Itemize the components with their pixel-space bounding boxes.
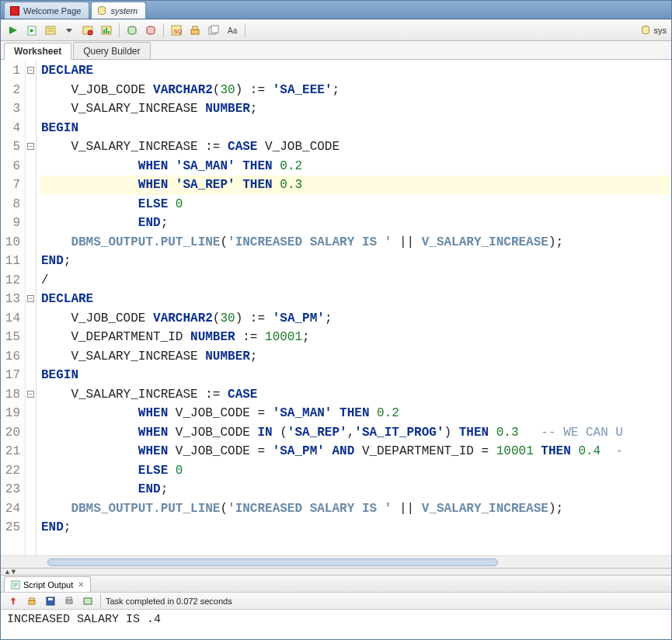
- separator: [245, 23, 245, 37]
- svg-rect-14: [193, 26, 197, 30]
- output-status-text: Task completed in 0.072 seconds: [106, 597, 232, 606]
- subtab-label: Worksheet: [14, 46, 61, 57]
- code-editor[interactable]: 1234567891011121314151617181920212223242…: [1, 60, 671, 555]
- code-line[interactable]: V_SALARY_INCREASE := CASE V_JOB_CODE: [40, 137, 671, 157]
- line-number: 22: [1, 461, 20, 481]
- rollback-button[interactable]: [143, 23, 158, 38]
- explain-plan-button[interactable]: [43, 23, 58, 38]
- code-line[interactable]: ELSE 0: [40, 461, 671, 481]
- code-line[interactable]: WHEN V_JOB_CODE = 'SA_PM' AND V_DEPARTME…: [40, 442, 671, 461]
- connection-indicator[interactable]: sys: [640, 25, 667, 36]
- line-number: 17: [1, 366, 20, 385]
- code-line[interactable]: V_DEPARTMENT_ID NUMBER := 10001;: [40, 328, 671, 347]
- autotrace-button[interactable]: [80, 23, 96, 38]
- svg-marker-1: [9, 26, 17, 34]
- line-number: 19: [1, 404, 20, 423]
- code-line[interactable]: WHEN V_JOB_CODE IN ('SA_REP','SA_IT_PROG…: [40, 423, 671, 443]
- commit-button[interactable]: [124, 23, 140, 38]
- code-line[interactable]: DECLARE: [40, 61, 671, 81]
- to-upper-button[interactable]: Aa: [225, 23, 240, 38]
- code-line[interactable]: ELSE 0: [40, 195, 671, 214]
- code-line[interactable]: DECLARE: [40, 290, 671, 309]
- code-line[interactable]: END;: [40, 252, 671, 271]
- line-number: 2: [1, 81, 20, 100]
- panel-splitter[interactable]: ▲▼: [1, 568, 671, 576]
- fold-column: −−−−: [26, 60, 37, 555]
- print-output-button[interactable]: [61, 593, 77, 609]
- sql-tuning-button[interactable]: [99, 23, 114, 38]
- code-line[interactable]: WHEN 'SA_MAN' THEN 0.2: [40, 157, 671, 176]
- code-line[interactable]: WHEN V_JOB_CODE = 'SA_MAN' THEN 0.2: [40, 404, 671, 423]
- svg-rect-21: [30, 598, 34, 600]
- horizontal-scrollbar[interactable]: [1, 555, 671, 568]
- sql-history-button[interactable]: [206, 23, 221, 38]
- code-line[interactable]: WHEN 'SA_REP' THEN 0.3: [40, 176, 671, 195]
- output-tab-script-output[interactable]: Script Output ✕: [4, 576, 91, 592]
- code-line[interactable]: END;: [40, 518, 671, 537]
- run-script-button[interactable]: [24, 23, 40, 38]
- line-number: 15: [1, 328, 20, 347]
- run-statement-button[interactable]: [5, 23, 21, 38]
- line-number: 8: [1, 195, 20, 214]
- line-number: 10: [1, 233, 20, 252]
- line-number: 9: [1, 214, 20, 233]
- tab-welcome-page[interactable]: Welcome Page: [4, 2, 89, 19]
- code-line[interactable]: END;: [40, 480, 671, 499]
- clear-button[interactable]: [187, 23, 203, 38]
- subtab-query-builder[interactable]: Query Builder: [73, 42, 150, 59]
- code-line[interactable]: /: [40, 271, 671, 290]
- fold-toggle[interactable]: −: [27, 295, 34, 302]
- line-number: 7: [1, 176, 20, 195]
- line-number: 5: [1, 137, 20, 157]
- oracle-icon: [9, 5, 20, 16]
- line-number: 23: [1, 480, 20, 499]
- code-line[interactable]: BEGIN: [40, 366, 671, 385]
- dropdown-caret-icon[interactable]: [61, 23, 77, 38]
- subtab-worksheet[interactable]: Worksheet: [4, 43, 71, 60]
- save-output-button[interactable]: [43, 593, 58, 609]
- line-number: 14: [1, 309, 20, 329]
- svg-point-7: [88, 30, 92, 35]
- line-number: 20: [1, 423, 20, 443]
- svg-rect-16: [211, 26, 218, 33]
- code-line[interactable]: DBMS_OUTPUT.PUT_LINE('INCREASED SALARY I…: [40, 233, 671, 252]
- separator: [119, 23, 120, 37]
- editor-subtabs: Worksheet Query Builder: [1, 41, 671, 60]
- line-number: 6: [1, 157, 20, 176]
- scrollbar-thumb[interactable]: [47, 558, 498, 566]
- line-number: 3: [1, 99, 20, 119]
- svg-rect-4: [46, 26, 55, 34]
- output-tabstrip: Script Output ✕: [1, 576, 671, 593]
- fold-toggle[interactable]: −: [27, 67, 34, 74]
- output-tab-label: Script Output: [23, 580, 73, 590]
- svg-rect-24: [66, 600, 72, 603]
- close-icon[interactable]: ✕: [78, 580, 84, 589]
- output-body: INCREASED SALARY IS .4: [1, 610, 671, 639]
- tab-system[interactable]: system: [91, 2, 146, 19]
- code-line[interactable]: V_JOB_CODE VARCHAR2(30) := 'SA_EEE';: [40, 81, 671, 100]
- code-text-area[interactable]: DECLARE V_JOB_CODE VARCHAR2(30) := 'SA_E…: [37, 60, 671, 555]
- output-settings-button[interactable]: [80, 593, 96, 609]
- code-line[interactable]: END;: [40, 214, 671, 233]
- fold-toggle[interactable]: −: [27, 391, 34, 398]
- code-line[interactable]: BEGIN: [40, 119, 671, 138]
- connection-label: sys: [654, 26, 667, 35]
- code-line[interactable]: V_SALARY_INCREASE NUMBER;: [40, 347, 671, 367]
- unshared-worksheet-button[interactable]: SQL: [169, 23, 184, 38]
- splitter-arrows-icon: ▲▼: [4, 568, 16, 576]
- code-line[interactable]: DBMS_OUTPUT.PUT_LINE('INCREASED SALARY I…: [40, 499, 671, 519]
- pin-button[interactable]: [5, 593, 21, 609]
- separator: [100, 594, 101, 608]
- tab-label: system: [110, 6, 138, 16]
- svg-rect-23: [48, 598, 53, 600]
- fold-toggle[interactable]: −: [27, 143, 34, 150]
- code-line[interactable]: V_JOB_CODE VARCHAR2(30) := 'SA_PM';: [40, 309, 671, 329]
- line-number: 18: [1, 385, 20, 405]
- document-tabstrip: Welcome Page system: [1, 1, 671, 19]
- code-line[interactable]: V_SALARY_INCREASE NUMBER;: [40, 99, 671, 119]
- line-number: 25: [1, 518, 20, 537]
- line-number: 11: [1, 252, 20, 271]
- code-line[interactable]: V_SALARY_INCREASE := CASE: [40, 385, 671, 405]
- clear-output-button[interactable]: [24, 593, 40, 609]
- sql-worksheet-icon: [96, 5, 107, 16]
